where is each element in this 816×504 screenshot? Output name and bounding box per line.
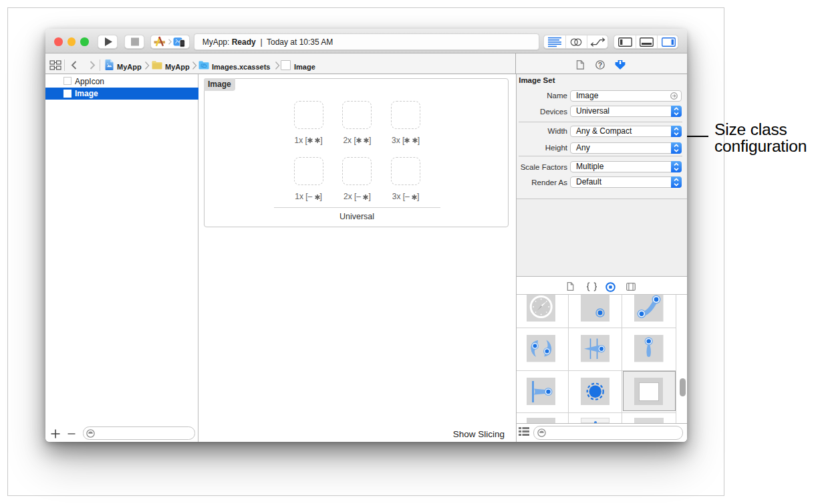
svg-text:?: ? bbox=[597, 60, 601, 68]
